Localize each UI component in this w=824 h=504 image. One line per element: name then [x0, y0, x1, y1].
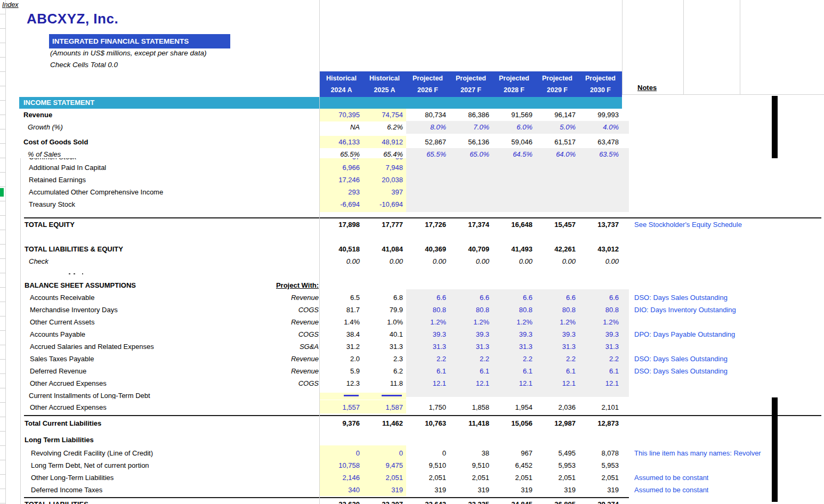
- year-label[interactable]: 2025 A: [363, 84, 406, 96]
- value-cell[interactable]: 17,246: [320, 174, 360, 186]
- value-cell[interactable]: 2,051: [449, 472, 489, 484]
- value-cell[interactable]: -6,694: [320, 198, 360, 210]
- value-cell[interactable]: 0.00: [579, 255, 619, 267]
- row-label[interactable]: Revolving Credit Facility (Line of Credi…: [31, 447, 153, 459]
- value-cell[interactable]: 31.3: [579, 340, 619, 353]
- value-cell[interactable]: 56,136: [449, 136, 489, 148]
- value-cell[interactable]: 12.1: [492, 377, 532, 389]
- value-cell[interactable]: 5,953: [536, 459, 576, 472]
- value-cell[interactable]: 6.6: [406, 291, 446, 304]
- row-label[interactable]: Revenue: [23, 109, 52, 121]
- value-cell[interactable]: 80,734: [406, 109, 446, 121]
- value-cell[interactable]: 65.5%: [320, 148, 360, 160]
- value-cell[interactable]: 9,475: [363, 459, 403, 472]
- value-cell[interactable]: 40,709: [449, 243, 489, 255]
- value-cell[interactable]: 12.1: [579, 377, 619, 389]
- value-cell[interactable]: 8,078: [579, 447, 619, 459]
- assumptions-title[interactable]: BALANCE SHEET ASSUMPTIONS: [25, 279, 136, 291]
- value-cell[interactable]: 48,912: [363, 136, 403, 148]
- value-cell[interactable]: 5.9: [320, 365, 360, 377]
- value-cell[interactable]: 12,987: [536, 417, 576, 429]
- period-label[interactable]: Projected: [579, 72, 622, 84]
- value-cell[interactable]: 2,051: [363, 472, 403, 484]
- value-cell[interactable]: 40,518: [320, 243, 360, 255]
- value-cell[interactable]: 80.8: [492, 304, 532, 316]
- value-cell[interactable]: 2.2: [536, 353, 576, 365]
- value-cell[interactable]: 43,012: [579, 243, 619, 255]
- value-cell[interactable]: 6.6: [449, 291, 489, 304]
- value-cell[interactable]: 99,993: [579, 109, 619, 121]
- row-label[interactable]: Accounts Receivable: [30, 291, 94, 304]
- value-cell[interactable]: 11.8: [363, 377, 403, 389]
- value-cell[interactable]: 17,898: [320, 218, 360, 231]
- value-cell[interactable]: 1,954: [492, 401, 532, 413]
- value-cell[interactable]: 64.0%: [536, 148, 576, 160]
- row-label[interactable]: Accounts Payable: [30, 328, 85, 340]
- value-cell[interactable]: 12,873: [579, 417, 619, 429]
- value-cell[interactable]: 39.3: [449, 328, 489, 340]
- value-cell[interactable]: 6.1: [536, 365, 576, 377]
- value-cell[interactable]: 5,495: [536, 447, 576, 459]
- project-with-header[interactable]: Project With:: [235, 279, 319, 291]
- value-cell[interactable]: 31.3: [406, 340, 446, 353]
- value-cell[interactable]: 80.8: [449, 304, 489, 316]
- row-label[interactable]: Current Installments of Long-Term Debt: [29, 393, 150, 399]
- row-label[interactable]: Total Current Liabilities: [25, 417, 101, 429]
- project-with-value[interactable]: COGS: [235, 304, 319, 316]
- row-label[interactable]: Accumulated Other Comprehensive Income: [29, 186, 163, 198]
- project-with-value[interactable]: COGS: [235, 377, 319, 389]
- year-label[interactable]: 2028 F: [492, 84, 536, 96]
- value-cell[interactable]: 9,376: [320, 417, 360, 429]
- value-cell[interactable]: 6,966: [320, 161, 360, 174]
- value-cell[interactable]: 74,754: [363, 109, 403, 121]
- row-label[interactable]: Check: [29, 255, 49, 267]
- value-cell[interactable]: 16,648: [492, 218, 532, 231]
- value-cell[interactable]: 23,307: [363, 498, 403, 504]
- value-cell[interactable]: 6.8: [363, 291, 403, 304]
- value-cell[interactable]: 2,051: [536, 472, 576, 484]
- value-cell[interactable]: 7,948: [363, 161, 403, 174]
- value-cell[interactable]: 6,452: [492, 459, 532, 472]
- value-cell[interactable]: 12.1: [536, 377, 576, 389]
- value-cell[interactable]: 8.0%: [406, 121, 446, 133]
- value-cell[interactable]: 46,133: [320, 136, 360, 148]
- value-cell[interactable]: -10,694: [363, 198, 403, 210]
- value-cell[interactable]: 40.1: [363, 328, 403, 340]
- value-cell[interactable]: 2.2: [492, 353, 532, 365]
- value-cell[interactable]: 967: [492, 447, 532, 459]
- project-with-value[interactable]: COGS: [235, 328, 319, 340]
- value-cell[interactable]: 31.3: [449, 340, 489, 353]
- value-cell[interactable]: 340: [320, 484, 360, 496]
- period-label[interactable]: Projected: [449, 72, 492, 84]
- value-cell[interactable]: 61,517: [536, 136, 576, 148]
- value-cell[interactable]: 2,051: [406, 472, 446, 484]
- value-cell[interactable]: 5,953: [579, 459, 619, 472]
- value-cell[interactable]: 6.6: [579, 291, 619, 304]
- project-with-value[interactable]: SG&A: [235, 340, 319, 353]
- row-label[interactable]: Treasury Stock: [29, 198, 75, 210]
- value-cell[interactable]: 319: [363, 484, 403, 496]
- row-label[interactable]: Deferred Income Taxes: [31, 484, 102, 496]
- value-cell[interactable]: 6.1: [406, 365, 446, 377]
- value-cell[interactable]: 11,418: [449, 417, 489, 429]
- value-cell[interactable]: 26,805: [536, 498, 576, 504]
- row-label[interactable]: Other Long-Term Liabilities: [31, 472, 114, 484]
- project-with-value[interactable]: Revenue: [235, 316, 319, 328]
- value-cell[interactable]: 6.0%: [492, 121, 532, 133]
- value-cell[interactable]: 1.4%: [320, 316, 360, 328]
- value-cell[interactable]: 11,462: [363, 417, 403, 429]
- value-cell[interactable]: 2.0: [320, 353, 360, 365]
- value-cell[interactable]: 17,374: [449, 218, 489, 231]
- value-cell[interactable]: 22,643: [406, 498, 446, 504]
- value-cell[interactable]: 0.00: [492, 255, 532, 267]
- value-cell[interactable]: 6.1: [492, 365, 532, 377]
- value-cell[interactable]: 12.1: [449, 377, 489, 389]
- value-cell[interactable]: 39.3: [579, 328, 619, 340]
- value-cell[interactable]: 6.5: [320, 291, 360, 304]
- value-cell[interactable]: 20,038: [363, 174, 403, 186]
- period-label[interactable]: Projected: [492, 72, 536, 84]
- value-cell[interactable]: 6.6: [536, 291, 576, 304]
- row-label[interactable]: % of Sales: [28, 148, 61, 160]
- row-label[interactable]: Retained Earnings: [29, 174, 86, 186]
- value-cell[interactable]: 24,845: [492, 498, 532, 504]
